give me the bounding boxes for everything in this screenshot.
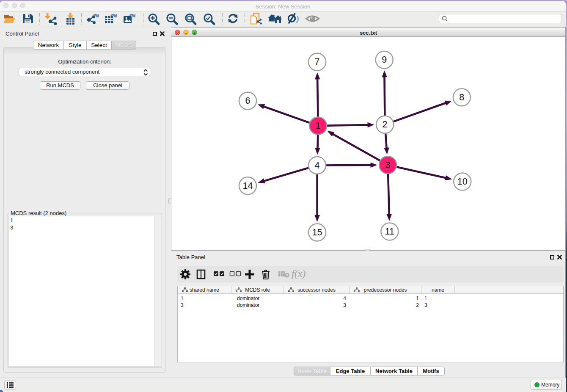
svg-text:7: 7 (315, 57, 320, 67)
svg-text:2: 2 (383, 119, 388, 130)
svg-text:11: 11 (385, 226, 394, 237)
svg-text:6: 6 (245, 96, 250, 106)
svg-text:1: 1 (316, 121, 321, 131)
svg-text:9: 9 (382, 55, 387, 65)
svg-text:3: 3 (385, 160, 391, 170)
svg-text:4: 4 (315, 160, 320, 171)
svg-text:Memory: Memory (541, 382, 559, 388)
svg-text:15: 15 (312, 227, 322, 237)
svg-text:14: 14 (243, 181, 253, 191)
svg-text:8: 8 (459, 92, 464, 102)
svg-text:10: 10 (457, 177, 468, 187)
